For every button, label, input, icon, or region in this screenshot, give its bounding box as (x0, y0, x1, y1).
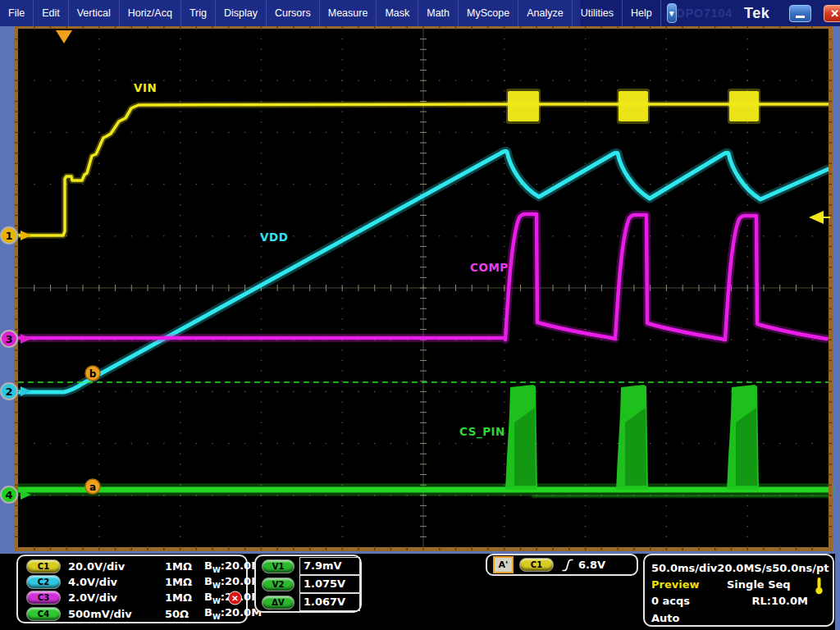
channel-row-c1[interactable]: C1 20.0V/div 1MΩ BW:20.0M (18, 559, 246, 574)
horizontal-row-2: Preview Single Seq (651, 576, 826, 592)
menu-item-mask[interactable]: Mask (377, 0, 418, 26)
menu-item-display[interactable]: Display (216, 0, 267, 26)
rising-edge-icon (561, 559, 574, 572)
label-cs_pin: CS_PIN (459, 425, 505, 439)
menu-item-myscope[interactable]: MyScope (459, 0, 518, 26)
label-comp: COMP (470, 261, 509, 274)
menu-item-help[interactable]: Help (623, 0, 661, 26)
menu-item-edit[interactable]: Edit (34, 0, 69, 26)
model-label: DPO7104 (677, 7, 733, 20)
svg-text:4: 4 (5, 489, 12, 501)
waveform-workspace: VINVDDCOMPCS_PIN1324ba (0, 26, 840, 554)
vin-burst (619, 91, 648, 121)
minimize-icon (796, 16, 805, 18)
horizontal-row-1: 50.0ms/div 20.0MS/s 50.0ns/pt (651, 559, 826, 576)
label-vdd: VDD (260, 231, 288, 244)
menu-items: File Edit Vertical Horiz/Acq Trig Displa… (0, 0, 661, 26)
cursor-dv-row: ΔV 1.067V (256, 593, 360, 611)
channel-c3-pill[interactable]: C3 (26, 591, 61, 605)
svg-text:3: 3 (5, 333, 12, 345)
menu-item-measure[interactable]: Measure (320, 0, 377, 26)
channel-c3-scale: 2.0V/div (68, 591, 165, 604)
channel-c2-impedance: 1MΩ (165, 576, 204, 588)
channel-c1-pill[interactable]: C1 (26, 559, 61, 573)
svg-text:b: b (89, 368, 97, 380)
oscilloscope-screen: File Edit Vertical Horiz/Acq Trig Displa… (0, 0, 840, 630)
trigger-mode: Auto (651, 612, 679, 624)
waveform-display[interactable]: VINVDDCOMPCS_PIN1324ba (0, 26, 840, 554)
acquisition-mode: Single Seq (727, 578, 826, 591)
channel-c1-bandwidth: BW:20.0M (204, 559, 262, 574)
close-button[interactable]: ✕ (824, 5, 840, 22)
menu-item-trig[interactable]: Trig (181, 0, 216, 26)
menu-item-vertical[interactable]: Vertical (69, 0, 120, 26)
horizontal-panel[interactable]: 50.0ms/div 20.0MS/s 50.0ns/pt Preview Si… (643, 554, 834, 627)
cursor-v2-value: 1.075V (299, 575, 360, 593)
channel-c1-scale: 20.0V/div (68, 560, 165, 573)
close-icon: ✕ (830, 7, 839, 20)
channel-c4-bandwidth: BW:20.0M (204, 606, 262, 621)
menu-item-cursors[interactable]: Cursors (267, 0, 320, 26)
menu-bar: File Edit Vertical Horiz/Acq Trig Displa… (0, 0, 840, 26)
cursor-dv-pill[interactable]: ΔV (262, 596, 294, 609)
svg-text:1: 1 (5, 230, 12, 242)
channel-c4-pill[interactable]: C4 (26, 607, 61, 621)
channel-row-c2[interactable]: C2 4.0V/div 1MΩ BW:20.0M (18, 574, 246, 590)
tek-logo: Tek (744, 5, 769, 22)
trigger-channel-pill[interactable]: C1 (519, 558, 554, 572)
menu-item-analyze[interactable]: Analyze (518, 0, 572, 26)
timebase-value: 50.0ms/div (651, 562, 717, 574)
right-edge-strip (835, 554, 840, 630)
record-length: RL:10.0M (751, 595, 808, 607)
trigger-level-value: 6.8V (578, 559, 605, 571)
minimize-button[interactable] (789, 5, 811, 22)
cursor-v2-pill[interactable]: V2 (262, 578, 294, 591)
menu-item-horiz-acq[interactable]: Horiz/Acq (120, 0, 181, 26)
channel-row-c3[interactable]: C3 2.0V/div 1MΩ BW:20.0M ✕ (18, 590, 246, 605)
channel-c1-impedance: 1MΩ (165, 560, 204, 573)
vertical-settings-panel[interactable]: C1 20.0V/div 1MΩ BW:20.0M C2 4.0V/div 1M… (16, 555, 248, 623)
channel-row-c4[interactable]: C4 500mV/div 50Ω BW:20.0M (18, 606, 246, 622)
acquisition-count: 0 acqs (651, 595, 751, 607)
trigger-source-badge: A' (493, 556, 514, 573)
title-zone: DPO7104 Tek ✕ (677, 0, 840, 26)
channel-c4-scale: 500mV/div (68, 608, 165, 620)
vin-burst (729, 91, 759, 121)
vin-burst (508, 91, 539, 121)
channel-c4-impedance: 50Ω (165, 608, 204, 620)
svg-text:a: a (89, 482, 96, 493)
cursor-dv-value: 1.067V (299, 593, 360, 611)
svg-text:2: 2 (5, 386, 12, 398)
label-vin: VIN (134, 81, 157, 94)
channel-c3-impedance: 1MΩ (165, 591, 204, 604)
channel-c2-bandwidth: BW:20.0M (204, 575, 262, 590)
channel-error-icon: ✕ (228, 591, 242, 605)
cursor-v2-row: V2 1.075V (256, 575, 360, 593)
cursor-readout-panel[interactable]: V1 7.9mV V2 1.075V ΔV 1.067V (254, 555, 362, 613)
acquisition-status: Preview (651, 578, 727, 591)
cursor-v1-pill[interactable]: V1 (262, 559, 294, 573)
channel-c2-pill[interactable]: C2 (26, 575, 61, 589)
horizontal-row-4: Auto (651, 609, 826, 626)
cursor-v1-row: V1 7.9mV (256, 557, 360, 575)
channel-c2-scale: 4.0V/div (68, 576, 165, 588)
resolution-value: 50.0ns/pt (772, 562, 829, 574)
sample-rate-value: 20.0MS/s (717, 562, 772, 574)
readout-bar: C1 20.0V/div 1MΩ BW:20.0M C2 4.0V/div 1M… (0, 554, 840, 630)
trigger-panel[interactable]: A' C1 6.8V (486, 554, 638, 576)
menu-item-file[interactable]: File (0, 0, 34, 26)
horizontal-row-3: 0 acqs RL:10.0M (651, 593, 826, 609)
menu-dropdown-button[interactable]: ▼ (667, 3, 677, 23)
cursor-v1-value: 7.9mV (299, 557, 360, 575)
menu-item-utilities[interactable]: Utilities (573, 0, 623, 26)
chevron-down-icon: ▼ (668, 9, 676, 18)
menu-item-math[interactable]: Math (418, 0, 459, 26)
